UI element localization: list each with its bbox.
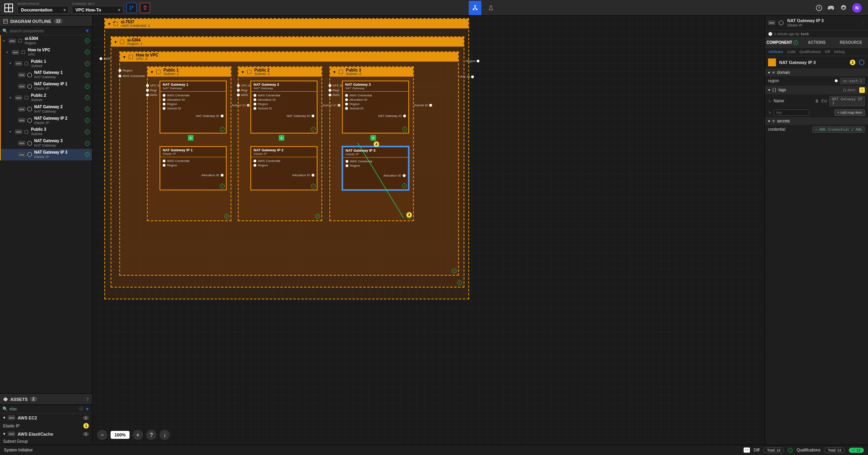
app-logo[interactable] — [3, 2, 14, 13]
help-icon[interactable]: ? — [816, 5, 822, 11]
node-elastic-ip[interactable]: NAT Gateway IP 3Elastic IP AWS Credentia… — [342, 146, 409, 190]
clear-search-icon[interactable]: ⓧ — [79, 406, 83, 412]
zoom-in-button[interactable]: + — [133, 430, 143, 440]
changeset-select[interactable]: VPC How-To — [72, 6, 123, 14]
subtab-diff[interactable]: Diff — [825, 50, 830, 54]
assets-help-icon[interactable]: ? — [86, 397, 89, 402]
svg-point-11 — [830, 7, 830, 8]
callout-3: 3 — [406, 212, 412, 218]
svg-rect-33 — [247, 70, 251, 74]
zoom-level[interactable]: 100% — [111, 431, 130, 439]
outline-item[interactable]: aws NAT Gateway 3NAT Gateway ✓ — [0, 137, 92, 149]
outline-count: 12 — [54, 19, 63, 24]
credential-label: credential — [768, 127, 810, 132]
frame-si-7537[interactable]: ▾ si-7537AWS Credential: 1 ▾ si-5304Regi… — [104, 18, 469, 299]
help-button[interactable]: ? — [146, 430, 156, 440]
subtab-debug[interactable]: Debug — [834, 50, 845, 54]
asset-category[interactable]: ▾awsAWS EC21 — [0, 414, 92, 422]
add-connection-icon[interactable]: + — [279, 135, 284, 141]
function-icon[interactable]: f(x) — [821, 99, 827, 103]
tab-diagram-icon[interactable] — [469, 1, 481, 15]
diff-icon[interactable]: 〰 — [744, 447, 750, 453]
tab-resource[interactable]: RESOURCE — [834, 38, 868, 47]
svg-rect-30 — [120, 40, 124, 44]
frame-si-5304[interactable]: ▾ si-5304Region: 1 AWS Region ✓ ▾ — [111, 36, 464, 288]
asset-category[interactable]: ▾awsAWS ElastiCache1 — [0, 430, 92, 438]
frame-subnet[interactable]: ▾Public 1Subnet: 2 VPC ID Regi AWS Subne… — [147, 66, 231, 221]
svg-rect-17 — [25, 62, 28, 65]
discord-icon[interactable] — [828, 5, 835, 11]
outline-item[interactable]: aws NAT Gateway 1NAT Gateway ✓ — [0, 69, 92, 81]
domain-section-header[interactable]: ▾≡domain — [765, 69, 868, 76]
delete-changeset-button[interactable] — [140, 3, 150, 13]
filter-icon[interactable]: ▼ — [85, 406, 90, 412]
outline-item[interactable]: aws NAT Gateway IP 3Elastic IP ✓ — [0, 149, 92, 160]
check-icon: ✓ — [85, 130, 90, 134]
tag-name-label: Name — [774, 99, 813, 103]
delete-tag-icon[interactable]: 🗑 — [815, 99, 819, 103]
filter-icon[interactable]: ▼ — [85, 28, 90, 34]
canvas[interactable]: ▾ si-7537AWS Credential: 1 ▾ si-5304Regi… — [92, 16, 765, 445]
subtab-code[interactable]: Code — [787, 50, 796, 54]
frame-icon — [21, 49, 26, 55]
tag-key-input[interactable] — [774, 109, 809, 116]
svg-point-3 — [130, 6, 131, 7]
outline-item[interactable]: ▾ aws si-5304Region ✓ — [0, 35, 92, 47]
chevron-icon: ▾ — [9, 96, 13, 100]
outline-item[interactable]: aws NAT Gateway 2NAT Gateway ✓ — [0, 103, 92, 115]
outline-item[interactable]: ▾ aws Public 2Subnet ✓ — [0, 92, 92, 103]
node-nat-gateway[interactable]: NAT Gateway 2NAT Gateway AWS CredentialA… — [250, 81, 318, 133]
assets-search-input[interactable] — [9, 407, 77, 411]
svg-rect-15 — [19, 39, 22, 42]
outline-item[interactable]: aws NAT Gateway IP 2Elastic IP ✓ — [0, 115, 92, 126]
node-elastic-ip[interactable]: NAT Gateway IP 2Elastic IP AWS Credentia… — [250, 146, 318, 190]
svg-marker-26 — [4, 397, 8, 401]
tab-actions[interactable]: ACTIONS — [800, 38, 834, 47]
svg-rect-31 — [129, 55, 133, 59]
frame-subnet[interactable]: ▾Public 2Subnet: 2 VPC ID Regi AWS Subne… — [238, 66, 322, 221]
add-connection-icon[interactable]: + — [370, 135, 376, 141]
node-nat-gateway[interactable]: NAT Gateway 3NAT Gateway AWS CredentialA… — [342, 81, 409, 133]
subtab-qualifications[interactable]: Qualifications — [800, 50, 821, 54]
chevron-icon: ▾ — [3, 39, 7, 43]
outline-item[interactable]: aws NAT Gateway IP 1Elastic IP ✓ — [0, 81, 92, 92]
settings-icon[interactable] — [840, 5, 847, 11]
add-connection-icon[interactable]: + — [188, 135, 194, 141]
sb-qual-ok: ✓ 12 — [849, 447, 864, 453]
tags-badge-icon: ↕ — [859, 87, 865, 93]
secrets-section-header[interactable]: ▾≡secrets — [765, 117, 868, 125]
credential-value[interactable]: ~ AWS Credential / AWS — [812, 126, 865, 133]
workspace-label: WORKSPACE: — [17, 2, 69, 6]
asset-item[interactable]: Elastic IP1 — [0, 422, 92, 430]
outline-item[interactable]: ▾ aws How to VPCVPC ✓ — [0, 47, 92, 58]
tags-section-header[interactable]: ▾{ }tags (1 item) ↕ — [765, 86, 868, 94]
asset-item[interactable]: Subnet Group — [0, 438, 92, 445]
zoom-out-button[interactable]: − — [97, 430, 107, 440]
tab-component[interactable]: COMPONENT✓ — [765, 38, 800, 47]
frame-how-to-vpc[interactable]: ▾ How to VPCVPC: 3 Region AWS Credential… — [119, 51, 459, 276]
outline-item[interactable]: ▾ aws Public 3Subnet ✓ — [0, 126, 92, 137]
user-avatar[interactable]: N — [852, 3, 862, 13]
tag-name-value[interactable]: NAT Gateway IP 3 — [829, 96, 865, 106]
more-icon[interactable]: ⋮ — [860, 20, 865, 25]
hex-icon[interactable] — [859, 59, 865, 66]
tab-lab-icon[interactable] — [485, 1, 497, 15]
node-nat-gateway[interactable]: NAT Gateway 1NAT Gateway AWS CredentialA… — [160, 81, 227, 133]
outline-search-input[interactable] — [9, 29, 83, 33]
download-button[interactable]: ↓ — [160, 430, 170, 440]
aws-badge: aws — [18, 73, 25, 77]
subtab-attributes[interactable]: Attributes — [768, 50, 783, 54]
sb-qual-total: Total: 12 — [824, 447, 845, 453]
merge-button[interactable] — [126, 3, 137, 13]
sb-qual[interactable]: Qualifications — [797, 448, 820, 452]
aws-badge: aws — [15, 96, 22, 100]
aws-badge: aws — [9, 39, 16, 43]
hex-icon — [27, 141, 32, 146]
node-elastic-ip[interactable]: NAT Gateway IP 1Elastic IP AWS Credentia… — [160, 146, 227, 190]
add-map-item-button[interactable]: + Add map item — [834, 109, 865, 116]
sb-diff[interactable]: Diff — [754, 448, 760, 452]
region-value[interactable]: us-east-1 — [840, 78, 865, 84]
frame-subnet[interactable]: ▾Public 3Subnet: 2 VPC ID Regi AWS Subne… — [329, 66, 414, 221]
workspace-select[interactable]: Documentation — [17, 6, 69, 14]
outline-item[interactable]: ▾ aws Public 1Subnet ✓ — [0, 58, 92, 70]
